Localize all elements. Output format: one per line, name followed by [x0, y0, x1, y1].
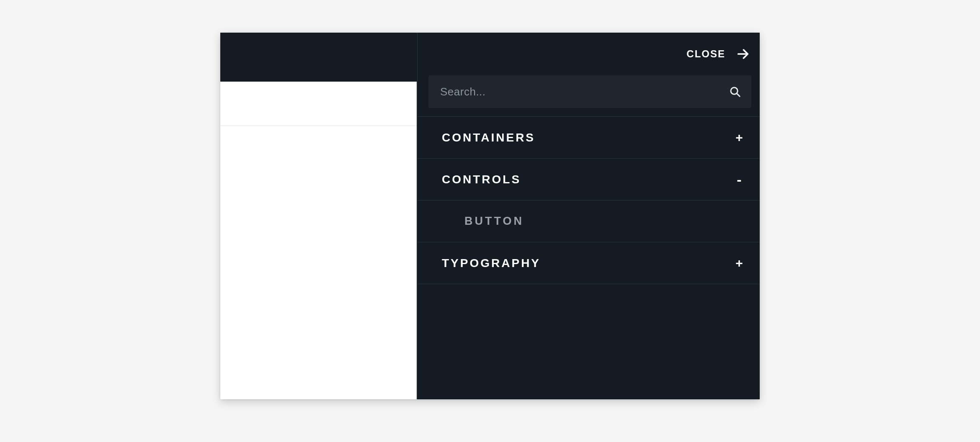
search-input[interactable] [440, 85, 721, 98]
svg-line-2 [737, 93, 740, 96]
close-bar: CLOSE [418, 33, 760, 75]
preview-header [220, 33, 417, 82]
search-field[interactable] [428, 75, 751, 108]
close-button[interactable]: CLOSE [686, 48, 725, 60]
category-controls[interactable]: CONTROLS - [418, 159, 760, 200]
search-icon[interactable] [728, 85, 742, 99]
preview-canvas[interactable] [220, 126, 417, 399]
category-containers[interactable]: CONTAINERS + [418, 117, 760, 159]
preview-column [220, 33, 417, 399]
minus-icon[interactable]: - [732, 175, 746, 184]
plus-icon[interactable]: + [732, 131, 746, 145]
component-browser-window: CLOSE [220, 33, 760, 399]
preview-slot [220, 82, 417, 126]
arrow-right-icon[interactable] [735, 46, 751, 62]
category-typography[interactable]: TYPOGRAPHY + [418, 242, 760, 284]
category-label: CONTAINERS [442, 131, 535, 144]
category-label: CONTROLS [442, 173, 521, 186]
component-item-label: BUTTON [464, 215, 524, 228]
category-label: TYPOGRAPHY [442, 257, 541, 270]
catalog-panel: CLOSE [417, 33, 760, 399]
category-list: CONTAINERS + CONTROLS - BUTTON TYPOGRAPH… [418, 116, 760, 284]
component-item-button[interactable]: BUTTON [418, 200, 760, 242]
plus-icon[interactable]: + [732, 256, 746, 270]
